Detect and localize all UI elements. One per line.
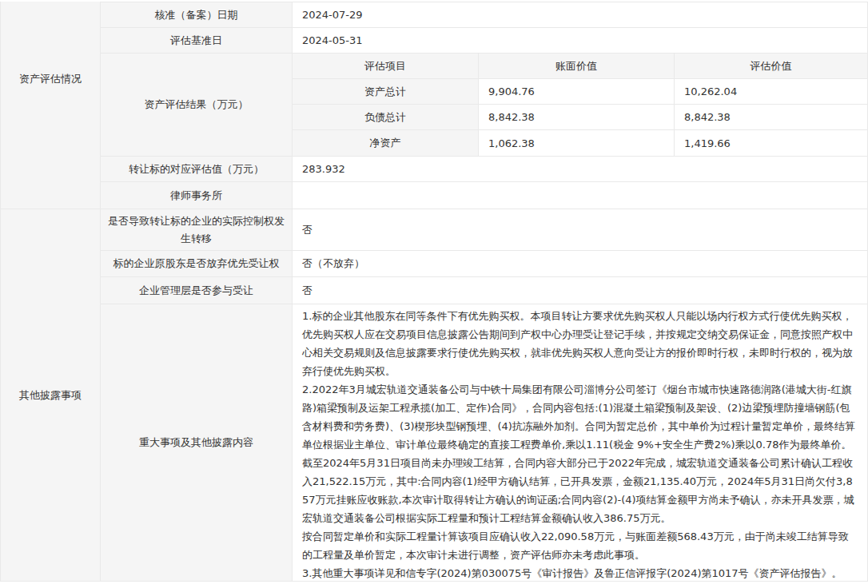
row-label: 律师事务所 (101, 182, 293, 209)
section-asset-valuation-rows: 核准（备案）日期 2024-07-29 评估基准日 2024-05-31 资产评… (101, 2, 867, 209)
row-value: 否（不放弃） (293, 251, 867, 276)
table-row-approval-date: 核准（备案）日期 2024-07-29 (101, 2, 867, 28)
table-row-base-date: 评估基准日 2024-05-31 (101, 28, 867, 54)
table-row-major-matters: 重大事项及其他披露内容 1.标的企业其他股东在同等条件下有优先购买权。本项目转让… (101, 304, 867, 581)
inner-header-book-value: 账面价值 (479, 54, 675, 78)
row-label: 标的企业原股东是否放弃优先受让权 (101, 251, 293, 276)
table-row-waive-priority: 标的企业原股东是否放弃优先受让权 否（不放弃） (101, 251, 867, 277)
section-other-disclosure: 其他披露事项 是否导致转让标的企业的实际控制权发生转移 否 标的企业原股东是否放… (1, 209, 867, 582)
row-value: 否 (293, 209, 867, 250)
row-value: 否 (293, 277, 867, 304)
valuation-result-inner-table: 评估项目 账面价值 评估价值 资产总计 9,904.76 10,262.04 负… (293, 54, 867, 156)
section-asset-valuation-header: 资产评估情况 (1, 2, 101, 209)
section-other-disclosure-rows: 是否导致转让标的企业的实际控制权发生转移 否 标的企业原股东是否放弃优先受让权 … (101, 209, 867, 581)
table-row-valuation-result: 资产评估结果（万元） 评估项目 账面价值 评估价值 资产总计 9,904.76 … (101, 54, 867, 157)
major-matters-paragraph: 按合同暂定单价和实际工程量计算该项目应确认收入22,090.58万元，与账面差额… (302, 527, 856, 564)
inner-cell-assessed-value: 10,262.04 (675, 79, 867, 104)
inner-cell-assessed-value: 1,419.66 (675, 130, 867, 156)
inner-cell-book-value: 9,904.76 (479, 79, 675, 104)
row-label: 转让标的对应评估值（万元） (101, 157, 293, 181)
section-other-disclosure-header: 其他披露事项 (1, 209, 101, 581)
major-matters-paragraph: 3.其他重大事项详见和信专字(2024)第030075号《审计报告》及鲁正信评报… (302, 564, 856, 581)
row-label: 资产评估结果（万元） (101, 54, 293, 156)
table-row-control-transfer: 是否导致转让标的企业的实际控制权发生转移 否 (101, 209, 867, 251)
inner-header-assessed-value: 评估价值 (675, 54, 867, 78)
inner-cell-item: 净资产 (293, 130, 479, 156)
row-value: 2024-05-31 (293, 28, 867, 53)
row-value: 2024-07-29 (293, 2, 867, 27)
row-label: 重大事项及其他披露内容 (101, 304, 293, 581)
inner-cell-assessed-value: 8,842.38 (675, 105, 867, 129)
table-row-target-evaluated-value: 转让标的对应评估值（万元） 283.932 (101, 157, 867, 182)
major-matters-paragraph: 1.标的企业其他股东在同等条件下有优先购买权。本项目转让方要求优先购买权人只能以… (302, 307, 856, 380)
table-row-management-participation: 企业管理层是否参与受让 否 (101, 277, 867, 304)
row-label: 企业管理层是否参与受让 (101, 277, 293, 304)
row-value (293, 182, 867, 209)
table-row-law-firm: 律师事务所 (101, 182, 867, 209)
row-value: 283.932 (293, 157, 867, 181)
row-label: 评估基准日 (101, 28, 293, 53)
inner-cell-book-value: 1,062.38 (479, 130, 675, 156)
inner-cell-item: 资产总计 (293, 79, 479, 104)
inner-cell-book-value: 8,842.38 (479, 105, 675, 129)
inner-header-item: 评估项目 (293, 54, 479, 78)
inner-table-row-net-assets: 净资产 1,062.38 1,419.66 (293, 130, 867, 156)
major-matters-paragraph: 截至2024年5月31日项目尚未办理竣工结算，合同内容大部分已于2022年完成，… (302, 454, 856, 527)
row-label: 核准（备案）日期 (101, 2, 293, 27)
major-matters-paragraph: 2.2022年3月城宏轨道交通装备公司与中铁十局集团有限公司淄博分公司签订《烟台… (302, 380, 856, 454)
major-matters-content: 1.标的企业其他股东在同等条件下有优先购买权。本项目转让方要求优先购买权人只能以… (293, 304, 867, 581)
row-label: 是否导致转让标的企业的实际控制权发生转移 (101, 209, 293, 250)
inner-table-header-row: 评估项目 账面价值 评估价值 (293, 54, 867, 79)
inner-cell-item: 负债总计 (293, 105, 479, 129)
section-title: 资产评估情况 (19, 72, 82, 86)
section-title: 其他披露事项 (19, 388, 82, 403)
section-asset-valuation: 资产评估情况 核准（备案）日期 2024-07-29 评估基准日 2024-05… (1, 2, 867, 209)
disclosure-table: 资产评估情况 核准（备案）日期 2024-07-29 评估基准日 2024-05… (0, 2, 868, 582)
inner-table-row-total-liabilities: 负债总计 8,842.38 8,842.38 (293, 105, 867, 130)
inner-table-row-total-assets: 资产总计 9,904.76 10,262.04 (293, 79, 867, 105)
